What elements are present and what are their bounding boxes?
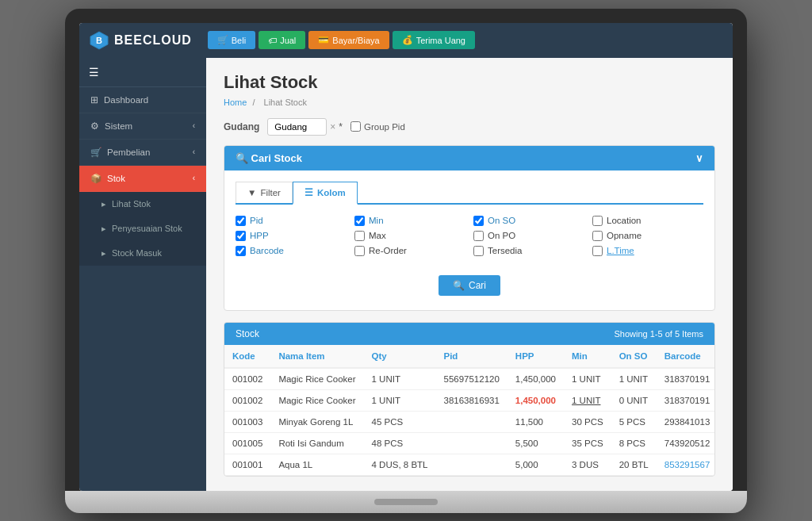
table-row: 001001 Aqua 1L 4 DUS, 8 BTL 5,000 3 DUS … — [224, 454, 715, 475]
pembelian-icon: 🛒 — [90, 147, 102, 158]
ltime-label: L.Time — [607, 246, 634, 255]
sidebar-item-penyesuaian-stok[interactable]: ▸ Penyesuaian Stok — [79, 216, 206, 241]
beli-icon: 🛒 — [217, 35, 228, 45]
search-icon: 🔍 — [453, 280, 465, 291]
brand: B BEECLOUD — [89, 30, 192, 51]
table-row: 001002 Magic Rice Cooker 1 UNIT 38163816… — [224, 389, 715, 411]
search-card-collapse-icon[interactable]: ∨ — [695, 152, 703, 164]
search-card-title: 🔍 Cari Stock — [236, 152, 302, 164]
sidebar-item-sistem[interactable]: ⚙ Sistem ‹ — [79, 113, 206, 140]
sidebar-item-lihat-stok[interactable]: ▸ Lihat Stok — [79, 192, 206, 216]
col-header-pid: Pid — [435, 345, 507, 368]
sistem-icon: ⚙ — [90, 121, 99, 132]
col-header-hpp: HPP — [508, 345, 564, 368]
stock-card-title: Stock — [236, 328, 259, 339]
col-max[interactable]: Max — [354, 231, 465, 241]
select-clear-icon[interactable]: × — [330, 121, 335, 132]
sidebar-toggle[interactable]: ☰ — [79, 58, 206, 87]
search-card-header: 🔍 Cari Stock ∨ — [224, 146, 714, 170]
nav-bayar-button[interactable]: 💳 Bayar/Biaya — [308, 31, 389, 49]
col-location[interactable]: Location — [592, 216, 703, 226]
col-tersedia[interactable]: Tersedia — [473, 246, 584, 256]
breadcrumb-current: Lihat Stock — [264, 98, 307, 107]
col-pid[interactable]: Pid — [236, 216, 347, 226]
table-row: 001002 Magic Rice Cooker 1 UNIT 55697512… — [224, 368, 715, 390]
sidebar-item-pembelian[interactable]: 🛒 Pembelian ‹ — [79, 140, 206, 166]
group-pid-checkbox[interactable] — [350, 121, 361, 132]
table-row: 001003 Minyak Goreng 1L 45 PCS 11,500 30… — [224, 411, 715, 432]
stock-masuk-icon: ▸ — [102, 248, 106, 259]
col-hpp[interactable]: HPP — [236, 231, 347, 241]
penyesuaian-icon: ▸ — [102, 224, 106, 234]
stock-table: Kode Nama Item Qty Pid HPP Min On SO Bar… — [224, 345, 715, 476]
stok-chevron-icon: ‹ — [193, 174, 195, 182]
pembelian-chevron-icon: ‹ — [193, 147, 195, 156]
stok-icon: 📦 — [90, 173, 102, 184]
col-barcode[interactable]: Barcode — [236, 246, 347, 256]
laptop-frame: B BEECLOUD 🛒 Beli 🏷 Jual 💳 Bayar/Biaya — [65, 9, 747, 513]
stock-card-header: Stock Showing 1-5 of 5 Items — [224, 323, 714, 345]
top-nav: B BEECLOUD 🛒 Beli 🏷 Jual 💳 Bayar/Biaya — [79, 23, 733, 58]
select-star-icon: * — [339, 121, 343, 132]
laptop-notch — [374, 499, 438, 505]
page-title: Lihat Stock — [224, 72, 715, 93]
nav-beli-button[interactable]: 🛒 Beli — [208, 31, 255, 49]
gudang-label: Gudang — [224, 121, 259, 132]
breadcrumb: Home / Lihat Stock — [224, 98, 715, 107]
sidebar-item-dashboard[interactable]: ⊞ Dashboard — [79, 87, 206, 113]
search-card: 🔍 Cari Stock ∨ ▼ Filter ☰ Kolo — [224, 145, 715, 311]
table-header-row: Kode Nama Item Qty Pid HPP Min On SO Bar… — [224, 345, 715, 368]
search-card-body: ▼ Filter ☰ Kolom — [224, 170, 714, 310]
col-reorder[interactable]: Re-Order — [354, 246, 465, 256]
laptop-screen: B BEECLOUD 🛒 Beli 🏷 Jual 💳 Bayar/Biaya — [79, 23, 733, 491]
tab-kolom[interactable]: ☰ Kolom — [293, 182, 358, 205]
gudang-select[interactable]: Gudang — [267, 118, 327, 136]
col-onso[interactable]: On SO — [473, 216, 584, 226]
cari-button[interactable]: 🔍 Cari — [439, 275, 500, 296]
filter-icon: ▼ — [247, 188, 256, 197]
nav-jual-button[interactable]: 🏷 Jual — [259, 31, 305, 49]
brand-icon: B — [89, 30, 109, 51]
kolom-icon: ☰ — [304, 187, 313, 198]
app-layout: ☰ ⊞ Dashboard ⚙ Sistem ‹ 🛒 Pembelian ‹ 📦 — [79, 58, 733, 491]
main-content: Lihat Stock Home / Lihat Stock Gudang Gu… — [206, 58, 733, 491]
columns-grid: Pid Min On SO — [236, 216, 703, 256]
col-header-onso: On SO — [611, 345, 657, 368]
group-pid-label[interactable]: Group Pid — [350, 121, 405, 132]
col-header-barcode: Barcode — [657, 345, 715, 368]
terima-icon: 💰 — [402, 35, 413, 45]
sidebar: ☰ ⊞ Dashboard ⚙ Sistem ‹ 🛒 Pembelian ‹ 📦 — [79, 58, 206, 491]
stock-showing: Showing 1-5 of 5 Items — [614, 329, 703, 339]
laptop-base — [65, 491, 747, 513]
col-header-min: Min — [564, 345, 611, 368]
col-min[interactable]: Min — [354, 216, 465, 226]
sistem-chevron-icon: ‹ — [193, 121, 195, 130]
tab-filter[interactable]: ▼ Filter — [236, 182, 293, 203]
col-header-kode: Kode — [224, 345, 270, 368]
svg-text:B: B — [96, 36, 102, 45]
cari-row: 🔍 Cari — [236, 269, 703, 299]
breadcrumb-home[interactable]: Home — [224, 98, 247, 107]
jual-icon: 🏷 — [268, 36, 277, 45]
filter-row: Gudang Gudang × * Group Pid — [224, 118, 715, 136]
dashboard-icon: ⊞ — [90, 94, 98, 105]
nav-buttons: 🛒 Beli 🏷 Jual 💳 Bayar/Biaya 💰 Terima Uan… — [208, 31, 475, 49]
col-ltime[interactable]: L.Time — [592, 246, 703, 256]
table-row: 001005 Roti Isi Gandum 48 PCS 5,500 35 P… — [224, 432, 715, 454]
tab-row: ▼ Filter ☰ Kolom — [236, 182, 703, 205]
nav-terima-button[interactable]: 💰 Terima Uang — [393, 31, 475, 49]
col-opname[interactable]: Opname — [592, 231, 703, 241]
brand-name: BEECLOUD — [114, 33, 192, 48]
sidebar-sub-stok: ▸ Lihat Stok ▸ Penyesuaian Stok ▸ Stock … — [79, 192, 206, 266]
col-header-nama: Nama Item — [270, 345, 363, 368]
col-onpo[interactable]: On PO — [473, 231, 584, 241]
stock-card: Stock Showing 1-5 of 5 Items Kode Nama I… — [224, 322, 715, 477]
bayar-icon: 💳 — [318, 35, 329, 45]
lihat-stok-icon: ▸ — [102, 199, 106, 209]
sidebar-item-stok[interactable]: 📦 Stok ‹ — [79, 166, 206, 192]
sidebar-item-stock-masuk[interactable]: ▸ Stock Masuk — [79, 241, 206, 266]
gudang-select-wrapper: Gudang × * — [267, 118, 343, 136]
col-header-qty: Qty — [364, 345, 436, 368]
